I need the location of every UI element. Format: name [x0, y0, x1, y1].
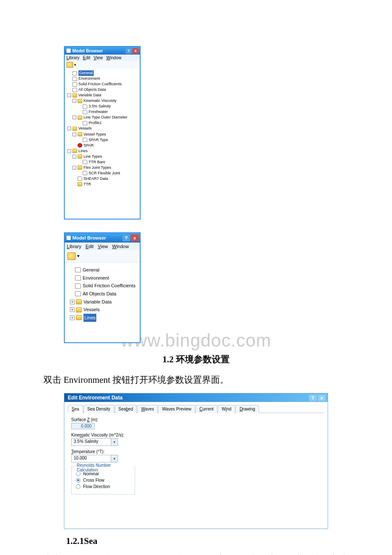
titlebar[interactable]: Model Browser ? x: [65, 47, 140, 55]
reynolds-groupbox: Reynolds Number Calculation: NominalCros…: [71, 466, 135, 494]
tab-sea[interactable]: Sea: [68, 405, 83, 413]
radio-label: Flow Direction: [83, 484, 110, 489]
tree-item-label: Kinematic Viscosity: [84, 98, 116, 104]
window-title: Model Browser: [72, 235, 106, 240]
tab-wind[interactable]: Wind: [218, 405, 235, 413]
surface-z-value[interactable]: 0.000: [71, 423, 95, 429]
menu-library[interactable]: Library: [66, 55, 80, 60]
file-icon: [72, 77, 77, 81]
tab-drawing[interactable]: Drawing: [236, 405, 259, 413]
menubar: Library Edit View Window: [65, 55, 140, 61]
open-icon[interactable]: [66, 62, 73, 68]
tree-item[interactable]: +Lines: [70, 314, 137, 322]
radio-flow-direction[interactable]: Flow Direction: [76, 484, 129, 489]
tab-sea-density[interactable]: Sea Density: [84, 405, 114, 413]
folder-open-icon: [76, 315, 82, 320]
menu-edit[interactable]: Edit: [83, 55, 90, 60]
file-icon: [83, 104, 87, 109]
tree-item[interactable]: General: [67, 70, 139, 76]
collapse-icon[interactable]: -: [72, 166, 76, 170]
tree-item-label: Profile1: [89, 120, 102, 126]
collapse-icon[interactable]: -: [67, 149, 71, 153]
tree-item[interactable]: TTR Bare: [67, 159, 139, 165]
menu-edit[interactable]: Edit: [86, 244, 94, 249]
tree-item[interactable]: -Line Type Outer Diameter: [67, 115, 139, 120]
close-button[interactable]: x: [318, 395, 326, 401]
collapse-icon[interactable]: -: [67, 93, 71, 97]
help-button[interactable]: ?: [122, 234, 130, 241]
tree-item[interactable]: -Line Types: [67, 154, 139, 159]
chevron-down-icon[interactable]: ▼: [111, 439, 118, 445]
folder-icon: [76, 299, 82, 304]
kinematic-viscosity-select[interactable]: 3.5% Salinity ▼: [71, 438, 118, 446]
menu-window[interactable]: Window: [112, 244, 129, 249]
collapse-icon[interactable]: -: [72, 99, 76, 103]
tab-seabed[interactable]: Seabed: [115, 405, 137, 413]
close-button[interactable]: x: [133, 48, 138, 54]
close-button[interactable]: x: [131, 234, 138, 241]
tree-item-label: Line Types: [84, 154, 102, 159]
tree-item[interactable]: Environment: [70, 274, 137, 282]
tree-item-label: SPAR: [84, 143, 94, 148]
menu-library[interactable]: Library: [67, 244, 81, 249]
tree-item[interactable]: Solid Friction Coefficients: [67, 81, 139, 87]
expand-icon[interactable]: +: [70, 300, 75, 304]
tree-item[interactable]: -Vessels: [67, 126, 139, 131]
tree-item[interactable]: -Variable Data: [67, 92, 139, 98]
dialog-titlebar[interactable]: Edit Environment Data ? x: [64, 393, 328, 402]
tree-item[interactable]: SPAR: [67, 143, 139, 148]
tree-item[interactable]: Profile1: [67, 120, 139, 126]
tree-item[interactable]: General: [70, 266, 137, 274]
tree-item[interactable]: -Lines: [67, 148, 139, 154]
tree-item[interactable]: 3.5% Salinity: [67, 104, 139, 109]
folder-open-icon: [78, 165, 82, 170]
tree-item[interactable]: -Kinematic Viscosity: [67, 98, 139, 104]
tree-item-label: Variable Data: [84, 298, 112, 306]
collapse-icon[interactable]: -: [72, 116, 76, 119]
menu-window[interactable]: Window: [106, 55, 121, 60]
expand-icon[interactable]: +: [70, 307, 75, 312]
toolbar-dropdown-icon[interactable]: ▾: [74, 63, 76, 67]
tree-item[interactable]: All Objects Data: [70, 290, 137, 298]
titlebar[interactable]: Model Browser ? x: [65, 233, 140, 243]
tree-item[interactable]: -Vessel Types: [67, 132, 139, 137]
tree-item[interactable]: Solid Friction Coefficients: [70, 282, 137, 290]
tree-item[interactable]: Environment: [67, 76, 139, 81]
tree-item[interactable]: All Objects Data: [67, 87, 139, 92]
tree-item[interactable]: SCR Flexible Joint: [67, 171, 139, 176]
collapse-icon[interactable]: -: [72, 155, 76, 159]
tab-waves-preview[interactable]: Waves Preview: [158, 405, 195, 413]
app-icon: [66, 236, 71, 240]
file-icon: [75, 291, 81, 296]
help-button[interactable]: ?: [309, 395, 317, 401]
file-icon: [83, 110, 87, 114]
tree-item[interactable]: -Flex Joint Types: [67, 165, 139, 171]
field-surface-z: Surface Z (m): 0.000: [71, 417, 321, 429]
chevron-down-icon[interactable]: ▼: [111, 455, 118, 462]
folder-open-icon: [72, 93, 77, 98]
file-icon: [75, 275, 81, 280]
file-icon: [83, 171, 87, 175]
folder-open-icon: [72, 127, 77, 131]
tree-item[interactable]: SHEAR7 Data: [67, 176, 139, 182]
radio-label: Cross Flow: [83, 478, 104, 483]
expand-icon[interactable]: +: [70, 315, 75, 320]
help-button[interactable]: ?: [126, 48, 132, 54]
tree-item[interactable]: +Variable Data: [70, 298, 137, 306]
tab-waves[interactable]: Waves: [137, 405, 158, 413]
open-icon[interactable]: [67, 252, 76, 260]
toolbar-dropdown-icon[interactable]: ▾: [77, 253, 80, 259]
temperature-select[interactable]: 10.000 ▼: [71, 455, 118, 462]
tree-item-label: Lines: [78, 148, 88, 154]
tree-item[interactable]: TTR: [67, 182, 139, 187]
menu-view[interactable]: View: [94, 55, 103, 60]
collapse-icon[interactable]: -: [67, 127, 71, 130]
tab-current[interactable]: Current: [196, 405, 217, 413]
tree-item[interactable]: +Vessels: [70, 306, 137, 314]
radio-cross-flow[interactable]: Cross Flow: [76, 478, 129, 483]
field-temperature: Temperature (°T): 10.000 ▼: [71, 449, 321, 462]
tree-item[interactable]: Freshwater: [67, 109, 139, 115]
menu-view[interactable]: View: [98, 244, 108, 249]
collapse-icon[interactable]: -: [72, 133, 76, 136]
tree-item[interactable]: SPAR Type: [67, 137, 139, 143]
